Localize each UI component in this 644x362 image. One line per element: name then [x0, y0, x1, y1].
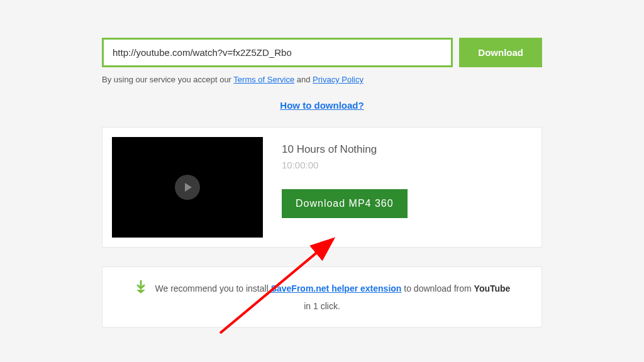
extension-link[interactable]: SaveFrom.net helper extension — [271, 283, 402, 293]
recommend-site: YouTube — [474, 283, 511, 293]
play-icon — [175, 175, 200, 200]
result-card: 10 Hours of Nothing 10:00:00 Download MP… — [102, 127, 542, 248]
url-input[interactable] — [104, 40, 451, 65]
video-meta: 10 Hours of Nothing 10:00:00 Download MP… — [282, 137, 408, 238]
tos-link[interactable]: Terms of Service — [233, 75, 294, 84]
video-thumbnail[interactable] — [112, 137, 263, 238]
tos-line: By using our service you accept our Term… — [102, 75, 542, 84]
video-title: 10 Hours of Nothing — [282, 143, 408, 156]
recommend-card: We recommend you to install SaveFrom.net… — [102, 266, 542, 327]
download-button[interactable]: Download — [459, 38, 542, 67]
video-duration: 10:00:00 — [282, 160, 408, 170]
tos-prefix: By using our service you accept our — [102, 75, 233, 84]
howto-line: How to download? — [102, 100, 542, 111]
recommend-prefix: We recommend you to install — [155, 283, 271, 293]
privacy-link[interactable]: Privacy Policy — [313, 75, 364, 84]
url-row: Download — [102, 38, 542, 67]
howto-link[interactable]: How to download? — [280, 100, 364, 111]
recommend-mid: to download from — [404, 283, 474, 293]
tos-mid: and — [297, 75, 313, 84]
download-arrow-icon — [134, 280, 148, 299]
url-input-wrap — [102, 38, 453, 67]
download-format-button[interactable]: Download MP4 360 — [282, 189, 408, 218]
recommend-suffix: in 1 click. — [304, 301, 340, 311]
